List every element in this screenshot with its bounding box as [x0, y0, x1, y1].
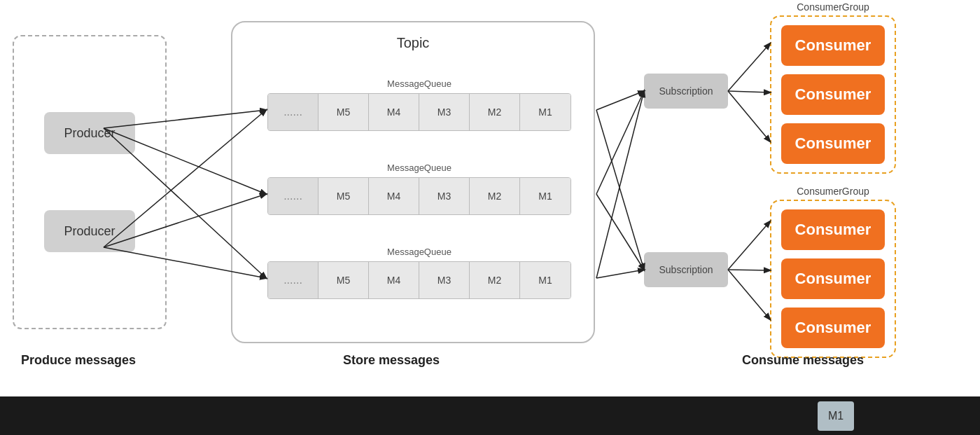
- topic-container: Topic MessageQueue ...... M5 M4 M3 M2 M1…: [231, 21, 595, 343]
- consumer-text-1-1: Consumer: [795, 36, 872, 55]
- queue-section-3: MessageQueue ...... M5 M4 M3 M2 M1: [267, 247, 571, 299]
- consumer-text-1-3: Consumer: [795, 134, 872, 153]
- queue-cell-m3-1: M3: [419, 94, 470, 130]
- svg-line-16: [728, 270, 770, 270]
- svg-line-13: [728, 91, 770, 92]
- svg-line-7: [596, 91, 644, 194]
- producers-container: Producer Producer: [13, 35, 167, 329]
- subscription-label-2: Subscription: [659, 264, 713, 275]
- consumer-group-1: ConsumerGroup Consumer Consumer Consumer: [770, 15, 896, 174]
- subscription-box-2: Subscription: [644, 252, 728, 287]
- producer-label-1: Producer: [64, 126, 115, 141]
- svg-line-10: [596, 194, 644, 270]
- producer-box-2: Producer: [44, 210, 135, 252]
- queue-cell-m1-2: M1: [520, 178, 570, 214]
- producer-label-2: Producer: [64, 224, 115, 239]
- queue-cell-m1-3: M1: [520, 262, 570, 298]
- consumer-group-2: ConsumerGroup Consumer Consumer Consumer: [770, 200, 896, 358]
- queue-section-1: MessageQueue ...... M5 M4 M3 M2 M1: [267, 78, 571, 131]
- produce-messages-label: Produce messages: [21, 353, 136, 367]
- queue-cell-m2-2: M2: [470, 178, 520, 214]
- queue-cell-m5-2: M5: [318, 178, 369, 214]
- consumer-box-1-2: Consumer: [781, 74, 885, 115]
- svg-line-11: [596, 270, 644, 278]
- svg-line-17: [728, 270, 770, 319]
- producer-box-1: Producer: [44, 112, 135, 154]
- consumer-text-1-2: Consumer: [795, 85, 872, 104]
- queue-cell-m5-3: M5: [318, 262, 369, 298]
- consume-messages-label: Consume messages: [742, 353, 864, 367]
- queue-cell-dots-1: ......: [268, 94, 318, 130]
- topic-label: Topic: [397, 35, 430, 51]
- queue-cell-m4-1: M4: [369, 94, 419, 130]
- m1-badge: M1: [818, 401, 854, 431]
- consumer-group-label-2: ConsumerGroup: [797, 186, 869, 197]
- queue-cell-dots-2: ......: [268, 178, 318, 214]
- consumer-box-1-1: Consumer: [781, 25, 885, 66]
- svg-line-14: [728, 91, 770, 141]
- queue-row-3: ...... M5 M4 M3 M2 M1: [267, 261, 571, 299]
- queue-cell-m2-3: M2: [470, 262, 520, 298]
- diagram-area: Producer Producer Topic MessageQueue ...…: [0, 0, 980, 392]
- consumer-box-2-3: Consumer: [781, 308, 885, 348]
- queue-cell-m5-1: M5: [318, 94, 369, 130]
- consumer-text-2-2: Consumer: [795, 270, 872, 288]
- consumer-text-2-1: Consumer: [795, 221, 872, 239]
- queue-row-2: ...... M5 M4 M3 M2 M1: [267, 177, 571, 215]
- queue-cell-dots-3: ......: [268, 262, 318, 298]
- bottom-bar: M1: [0, 396, 980, 435]
- queue-cell-m4-3: M4: [369, 262, 419, 298]
- queue-cell-m1-1: M1: [520, 94, 570, 130]
- queue-label-3: MessageQueue: [267, 247, 571, 257]
- subscription-label-1: Subscription: [659, 85, 713, 97]
- svg-line-6: [596, 91, 644, 110]
- consumer-group-label-1: ConsumerGroup: [797, 1, 869, 13]
- queue-cell-m3-2: M3: [419, 178, 470, 214]
- queue-cell-m4-2: M4: [369, 178, 419, 214]
- queue-section-2: MessageQueue ...... M5 M4 M3 M2 M1: [267, 163, 571, 215]
- consumer-box-2-2: Consumer: [781, 258, 885, 299]
- svg-line-15: [728, 221, 770, 270]
- queue-cell-m2-1: M2: [470, 94, 520, 130]
- svg-line-12: [728, 43, 770, 91]
- consumer-box-1-3: Consumer: [781, 123, 885, 164]
- consumer-text-2-3: Consumer: [795, 319, 872, 337]
- queue-cell-m3-3: M3: [419, 262, 470, 298]
- svg-line-9: [596, 110, 644, 270]
- svg-line-8: [596, 91, 644, 278]
- subscription-box-1: Subscription: [644, 74, 728, 109]
- store-messages-label: Store messages: [343, 353, 440, 367]
- queue-label-2: MessageQueue: [267, 163, 571, 173]
- queue-row-1: ...... M5 M4 M3 M2 M1: [267, 93, 571, 131]
- consumer-box-2-1: Consumer: [781, 209, 885, 250]
- queue-label-1: MessageQueue: [267, 78, 571, 89]
